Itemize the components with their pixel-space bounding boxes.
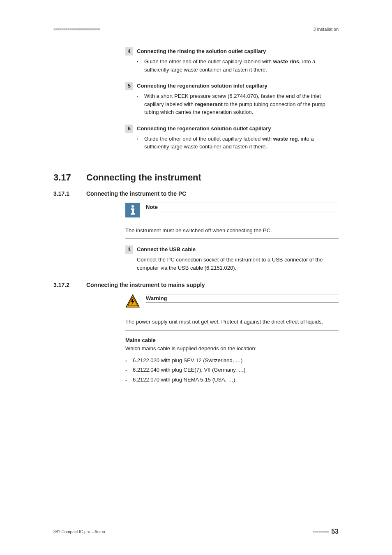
mains-heading: Mains cable xyxy=(125,337,339,343)
header-marks: ■■■■■■■■■■■■■■■■■■■■■■■ xyxy=(53,27,100,31)
subsection-number: 3.17.1 xyxy=(53,190,86,197)
step-title: Connecting the regeneration solution out… xyxy=(137,125,271,133)
note-body: The instrument must be switched off when… xyxy=(125,227,339,239)
warning-callout: Warning The power supply unit must not g… xyxy=(125,294,339,331)
mains-intro: Which mains cable is supplied depends on… xyxy=(125,345,339,353)
page-number: 53 xyxy=(331,528,339,535)
section-number: 3.17 xyxy=(53,172,86,183)
section-title: Connecting the instrument xyxy=(86,172,201,183)
step-number: 5 xyxy=(125,82,133,90)
step-number: 6 xyxy=(125,125,133,133)
subsection-title: Connecting the instrument to mains suppl… xyxy=(86,282,205,288)
footer-marks: ■■■■■■■■ xyxy=(313,530,329,534)
section-heading: 3.17 Connecting the instrument xyxy=(53,172,339,183)
subsection-heading-2: 3.17.2 Connecting the instrument to main… xyxy=(53,282,339,288)
step-number: 4 xyxy=(125,47,133,56)
step-5: 5 Connecting the regeneration solution i… xyxy=(125,82,339,116)
info-icon xyxy=(125,203,140,217)
step-title: Connect the USB cable xyxy=(137,245,196,254)
cable-item: 6.2122.020 with plug SEV 12 (Switzerland… xyxy=(133,356,339,365)
step-title: Connecting the regeneration solution inl… xyxy=(137,82,267,90)
subsection-heading-1: 3.17.1 Connecting the instrument to the … xyxy=(53,190,339,197)
page-header: ■■■■■■■■■■■■■■■■■■■■■■■ 3 Installation xyxy=(53,27,339,32)
usb-step: 1 Connect the USB cable Connect the PC c… xyxy=(125,245,339,272)
step-body-item: Guide the other end of the outlet capill… xyxy=(144,135,339,151)
step-number: 1 xyxy=(125,245,133,254)
step-4: 4 Connecting the rinsing the solution ou… xyxy=(125,47,339,74)
note-label: Note xyxy=(146,203,339,211)
svg-rect-3 xyxy=(132,208,134,214)
cable-list: 6.2122.020 with plug SEV 12 (Switzerland… xyxy=(125,356,339,384)
subsection-title: Connecting the instrument to the PC xyxy=(86,190,186,197)
step-body: Connect the PC connection socket of the … xyxy=(137,256,339,272)
note-callout: Note The instrument must be switched off… xyxy=(125,203,339,239)
step-body-item: Guide the other end of the outlet capill… xyxy=(144,58,339,74)
cable-item: 6.2122.070 with plug NEMA 5-15 (USA, …) xyxy=(133,375,339,384)
page-footer: 881 Compact IC pro – Anion ■■■■■■■■ 53 xyxy=(53,528,339,535)
step-title: Connecting the rinsing the solution outl… xyxy=(137,47,266,56)
footer-product: 881 Compact IC pro – Anion xyxy=(53,530,105,534)
step-6: 6 Connecting the regeneration solution o… xyxy=(125,125,339,151)
warning-label: Warning xyxy=(146,294,339,303)
warning-body: The power supply unit must not get wet. … xyxy=(125,318,339,331)
subsection-number: 3.17.2 xyxy=(53,282,86,288)
svg-point-1 xyxy=(131,205,134,208)
step-body-item: With a short PEEK pressure screw (6.2744… xyxy=(144,92,339,116)
svg-rect-4 xyxy=(131,213,135,215)
cable-item: 6.2122.040 with plug CEE(7), VII (German… xyxy=(133,365,339,375)
warning-icon xyxy=(125,294,140,309)
header-section-label: 3 Installation xyxy=(313,27,339,32)
